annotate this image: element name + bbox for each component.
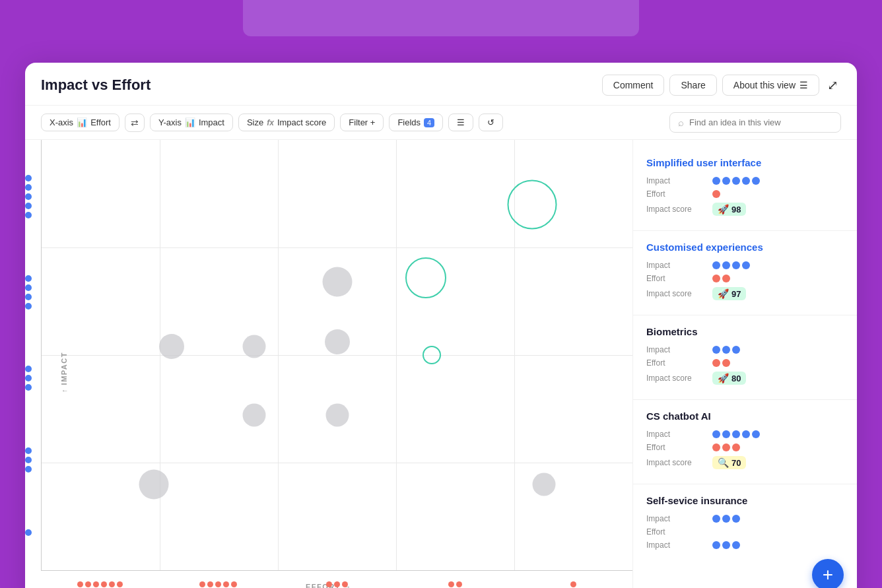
refresh-icon: ↺ xyxy=(487,117,494,127)
effort-dot xyxy=(712,190,720,198)
effort-col-3 xyxy=(277,581,395,587)
toolbar: X-axis 📊 Effort ⇄ Y-axis 📊 Impact Size f… xyxy=(25,106,857,140)
impact-dot xyxy=(752,430,760,438)
impact-row: Impact xyxy=(646,430,844,439)
sort-icon: ☰ xyxy=(457,117,465,127)
score-label: Impact xyxy=(646,540,712,550)
xaxis-value: Effort xyxy=(90,117,111,127)
idea-card[interactable]: Simplified user interface Impact Effort … xyxy=(633,147,857,231)
xaxis-picker[interactable]: X-axis 📊 Effort xyxy=(41,114,119,131)
h-divider xyxy=(42,355,632,356)
impact-dot xyxy=(712,177,720,185)
xaxis-label: X-axis xyxy=(50,117,73,127)
bubble[interactable] xyxy=(507,180,557,229)
y-dot xyxy=(25,203,32,209)
add-button[interactable]: + xyxy=(812,559,844,588)
y-dot xyxy=(25,184,32,191)
effort-col-4 xyxy=(396,581,514,587)
effort-label: Effort xyxy=(646,274,712,283)
impact-dot xyxy=(732,346,740,354)
bubble[interactable] xyxy=(243,335,266,358)
effort-col-1 xyxy=(41,581,159,587)
effort-label: Effort xyxy=(646,189,712,199)
impact-dot xyxy=(742,177,750,185)
bubble[interactable] xyxy=(139,469,169,499)
size-picker[interactable]: Size fx Impact score xyxy=(238,114,335,131)
bubble[interactable] xyxy=(243,404,266,427)
y-axis-dots xyxy=(25,140,32,571)
swap-axes-button[interactable]: ⇄ xyxy=(125,114,145,132)
score-badge: 🚀97 xyxy=(712,287,746,300)
fields-button[interactable]: Fields 4 xyxy=(389,114,443,131)
y-dot xyxy=(25,466,32,473)
effort-dots xyxy=(712,359,730,367)
effort-label: Effort xyxy=(646,358,712,368)
impact-dot xyxy=(732,430,740,438)
impact-label: Impact xyxy=(646,514,712,523)
impact-dot xyxy=(732,261,740,269)
score-badge: 🔍70 xyxy=(712,456,746,469)
idea-card[interactable]: Customised experiences Impact Effort Imp… xyxy=(633,231,857,315)
impact-dots xyxy=(712,346,740,354)
impact-label: Impact xyxy=(646,430,712,439)
impact-dot xyxy=(722,515,730,523)
impact-dot xyxy=(722,177,730,185)
bubble[interactable] xyxy=(325,329,350,354)
effort-dots xyxy=(712,275,730,282)
idea-card[interactable]: Biometrics Impact Effort Impact score 🚀8… xyxy=(633,315,857,400)
bar-chart-icon-y: 📊 xyxy=(185,117,195,127)
y-dot xyxy=(25,303,32,310)
refresh-button[interactable]: ↺ xyxy=(479,114,503,131)
impact-dots xyxy=(712,177,760,185)
bubble[interactable] xyxy=(532,473,555,496)
idea-cards-container: Simplified user interface Impact Effort … xyxy=(633,147,857,564)
score-label: Impact score xyxy=(646,374,712,383)
share-button[interactable]: Share xyxy=(669,75,716,96)
y-dot xyxy=(25,384,32,391)
search-input[interactable] xyxy=(689,117,832,127)
bubble[interactable] xyxy=(325,404,349,427)
effort-dot xyxy=(712,275,720,282)
effort-dots xyxy=(712,443,740,451)
yaxis-picker[interactable]: Y-axis 📊 Impact xyxy=(150,114,233,131)
impact-dot xyxy=(712,261,720,269)
sort-button[interactable]: ☰ xyxy=(448,114,473,131)
effort-row: Effort xyxy=(646,358,844,368)
size-value: Impact score xyxy=(277,117,326,127)
bar-chart-icon: 📊 xyxy=(77,117,87,127)
impact-dot xyxy=(742,430,750,438)
idea-title: Self-sevice insurance xyxy=(646,495,844,506)
effort-dot xyxy=(722,443,730,451)
dot-group xyxy=(25,529,32,536)
v-divider xyxy=(278,140,279,570)
impact-label: Impact xyxy=(646,176,712,185)
comment-button[interactable]: Comment xyxy=(602,75,665,96)
idea-card[interactable]: CS chatbot AI Impact Effort Impact score… xyxy=(633,400,857,484)
effort-col-2 xyxy=(159,581,277,587)
impact-dots xyxy=(712,430,760,438)
bubble[interactable] xyxy=(423,346,441,364)
bubble[interactable] xyxy=(159,334,184,359)
bubble[interactable] xyxy=(405,257,446,298)
expand-button[interactable]: ⤢ xyxy=(825,75,841,96)
effort-row: Effort xyxy=(646,189,844,199)
impact-row: Impact xyxy=(646,345,844,354)
impact-dot xyxy=(712,346,720,354)
impact-dots xyxy=(712,515,740,523)
y-dot xyxy=(25,375,32,381)
scatter-plot[interactable] xyxy=(41,140,632,571)
impact-dots xyxy=(712,261,750,269)
score-badge: 🚀80 xyxy=(712,372,746,385)
effort-dot xyxy=(712,359,720,367)
about-view-button[interactable]: About this view ☰ xyxy=(722,75,819,96)
filter-button[interactable]: Filter + xyxy=(340,114,384,131)
idea-card[interactable]: Self-sevice insurance Impact Effort Impa… xyxy=(633,484,857,564)
bubble[interactable] xyxy=(322,267,352,297)
header: Impact vs Effort Comment Share About thi… xyxy=(25,63,857,106)
page-title: Impact vs Effort xyxy=(41,77,151,94)
impact-dot xyxy=(712,430,720,438)
idea-title: CS chatbot AI xyxy=(646,410,844,422)
dot-group xyxy=(25,275,32,310)
dot-group xyxy=(25,447,32,473)
y-axis-label: ↑ IMPACT xyxy=(60,352,68,393)
